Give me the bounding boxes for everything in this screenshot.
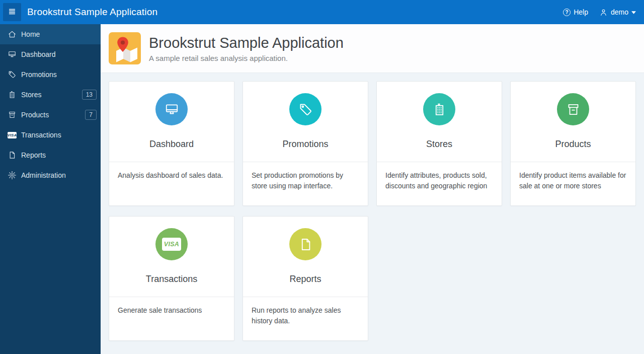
hamburger-icon bbox=[7, 7, 17, 18]
sidebar: Home Dashboard Promotions Stores 13 Prod… bbox=[0, 24, 101, 354]
home-icon bbox=[8, 30, 17, 39]
card-description: Generate sale transactions bbox=[109, 297, 234, 324]
chevron-down-icon bbox=[631, 11, 636, 14]
user-menu[interactable]: demo bbox=[599, 8, 636, 17]
gear-icon bbox=[8, 171, 17, 180]
visa-icon: VISA bbox=[8, 130, 17, 139]
header-actions: ? Help demo bbox=[563, 8, 644, 17]
sidebar-item-label: Administration bbox=[21, 171, 66, 179]
app-header: Brookstrut Sample Application ? Help dem… bbox=[0, 0, 644, 24]
card-title: Products bbox=[555, 139, 591, 150]
card-description: Identify attributes, products sold, disc… bbox=[377, 162, 502, 199]
desktop-icon bbox=[164, 102, 180, 117]
sidebar-item-label: Home bbox=[21, 30, 40, 38]
count-badge: 7 bbox=[85, 110, 97, 120]
card-title: Dashboard bbox=[149, 139, 194, 150]
sidebar-item-promotions[interactable]: Promotions bbox=[0, 64, 101, 85]
sidebar-item-home[interactable]: Home bbox=[0, 24, 101, 44]
sidebar-item-dashboard[interactable]: Dashboard bbox=[0, 44, 101, 64]
card-dashboard[interactable]: Dashboard Analysis dashboard of sales da… bbox=[109, 81, 234, 206]
sidebar-item-products[interactable]: Products 7 bbox=[0, 105, 101, 125]
tag-icon bbox=[298, 102, 313, 117]
main-content: Brookstrut Sample Application A sample r… bbox=[101, 0, 644, 354]
sidebar-item-stores[interactable]: Stores 13 bbox=[0, 85, 101, 105]
card-description: Set production promotions by store using… bbox=[243, 162, 368, 199]
card-reports[interactable]: Reports Run reports to analyze sales his… bbox=[243, 216, 368, 341]
help-link[interactable]: ? Help bbox=[563, 8, 588, 16]
card-top: VISA Transactions bbox=[109, 217, 234, 297]
card-stores[interactable]: Stores Identify attributes, products sol… bbox=[376, 81, 502, 206]
sidebar-item-label: Transactions bbox=[21, 131, 61, 139]
page-title: Brookstrut Sample Application bbox=[149, 35, 344, 51]
card-icon-circle bbox=[423, 93, 455, 125]
building-icon bbox=[432, 102, 447, 117]
sidebar-item-label: Promotions bbox=[21, 70, 57, 79]
card-icon-circle bbox=[155, 93, 188, 125]
card-promotions[interactable]: Promotions Set production promotions by … bbox=[243, 81, 368, 206]
card-icon-circle bbox=[289, 228, 321, 260]
desktop-icon bbox=[8, 50, 17, 59]
document-icon bbox=[8, 151, 17, 160]
app-header-title: Brookstrut Sample Application bbox=[27, 7, 157, 18]
card-icon-circle: VISA bbox=[155, 228, 188, 260]
archive-icon bbox=[566, 102, 581, 117]
card-top: Stores bbox=[377, 82, 502, 162]
card-description: Run reports to analyze sales history dat… bbox=[243, 297, 368, 334]
user-label: demo bbox=[611, 8, 628, 16]
sidebar-item-reports[interactable]: Reports bbox=[0, 145, 101, 165]
help-icon: ? bbox=[563, 9, 571, 16]
card-icon-circle bbox=[557, 93, 589, 125]
building-icon bbox=[8, 90, 17, 99]
card-products[interactable]: Products Identify product items availabl… bbox=[510, 81, 636, 206]
card-top: Dashboard bbox=[109, 82, 234, 162]
sidebar-item-administration[interactable]: Administration bbox=[0, 165, 101, 185]
card-title: Promotions bbox=[282, 139, 328, 150]
sidebar-item-label: Reports bbox=[21, 151, 46, 159]
card-icon-circle bbox=[289, 93, 321, 125]
card-top: Products bbox=[511, 82, 635, 162]
map-app-icon bbox=[109, 32, 141, 64]
sidebar-item-label: Stores bbox=[21, 91, 41, 99]
sidebar-item-transactions[interactable]: VISA Transactions bbox=[0, 125, 101, 145]
card-transactions[interactable]: VISA Transactions Generate sale transact… bbox=[109, 216, 234, 341]
menu-toggle-button[interactable] bbox=[3, 3, 21, 21]
archive-icon bbox=[8, 110, 17, 119]
card-top: Promotions bbox=[243, 82, 368, 162]
sidebar-item-label: Products bbox=[21, 111, 49, 119]
card-description: Identify product items available for sal… bbox=[511, 162, 635, 199]
sidebar-item-label: Dashboard bbox=[21, 50, 56, 58]
document-icon bbox=[298, 237, 313, 252]
card-description: Analysis dashboard of sales data. bbox=[109, 162, 234, 189]
cards-grid: Dashboard Analysis dashboard of sales da… bbox=[101, 73, 644, 349]
visa-icon: VISA bbox=[162, 238, 181, 251]
count-badge: 13 bbox=[82, 90, 97, 100]
card-title: Stores bbox=[426, 139, 452, 150]
card-title: Transactions bbox=[146, 274, 197, 285]
help-label: Help bbox=[574, 8, 588, 16]
hero: Brookstrut Sample Application A sample r… bbox=[101, 24, 644, 73]
tag-icon bbox=[8, 70, 17, 79]
card-title: Reports bbox=[289, 274, 321, 285]
hero-text: Brookstrut Sample Application A sample r… bbox=[149, 35, 344, 62]
card-top: Reports bbox=[243, 217, 368, 297]
page-subtitle: A sample retail sales analysis applicati… bbox=[149, 54, 344, 62]
user-icon bbox=[599, 8, 608, 17]
